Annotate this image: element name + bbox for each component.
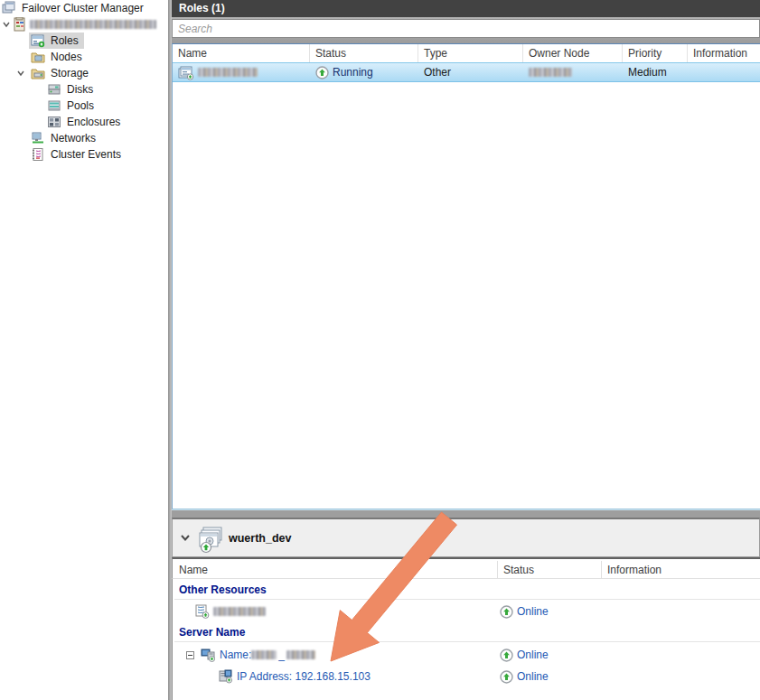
roles-pane: Roles (1) Name Status Type Owner Node Pr…: [172, 0, 760, 700]
role-type: Other: [424, 66, 451, 79]
details-column-information[interactable]: Information: [601, 562, 661, 578]
chevron-down-icon[interactable]: [16, 69, 25, 78]
column-header-priority[interactable]: Priority: [623, 44, 688, 62]
tree-item-cluster-events-label: Cluster Events: [48, 147, 124, 162]
tree-item-enclosures-label: Enclosures: [64, 115, 123, 129]
role-status: Running: [333, 66, 373, 79]
tree-item-storage-label: Storage: [48, 66, 91, 80]
server-name-prefix: Name:: [220, 649, 251, 661]
section-server-name: Server Name: [179, 626, 245, 639]
column-separator: [601, 561, 602, 578]
details-table-header: Name Status Information: [172, 557, 760, 579]
collapse-chevron-icon[interactable]: [180, 534, 191, 542]
server-name-status: Online: [517, 649, 549, 661]
role-priority: Medium: [628, 66, 667, 79]
disks-icon: [47, 82, 61, 97]
role-name-redacted: [198, 68, 258, 77]
online-status-icon: [500, 605, 513, 619]
server-name-row[interactable]: Name: _ Online: [173, 646, 760, 664]
ip-address-icon: [218, 669, 233, 684]
tree-item-enclosures[interactable]: Enclosures: [47, 114, 123, 130]
resource-name-redacted: [213, 607, 266, 616]
server-name-separator: _: [278, 649, 285, 661]
roles-icon: [31, 33, 45, 48]
section-divider: [174, 641, 760, 642]
ip-address-label: IP Address: 192.168.15.103: [237, 670, 371, 683]
tree-item-storage[interactable]: Storage: [16, 65, 91, 81]
search-toolbar: [172, 17, 760, 43]
nodes-icon: [31, 50, 45, 64]
tree-item-root-label: Failover Cluster Manager: [19, 1, 146, 15]
enclosures-icon: [47, 115, 61, 129]
server-name-redacted-1: [251, 650, 277, 659]
networks-icon: [31, 131, 45, 145]
tree-item-roles-label: Roles: [48, 33, 81, 48]
collapse-minus-icon[interactable]: [186, 651, 194, 659]
section-other-resources: Other Resources: [179, 583, 267, 596]
horizontal-splitter[interactable]: [172, 509, 760, 518]
tree-item-nodes[interactable]: Nodes: [31, 49, 85, 65]
tree-item-cluster[interactable]: [2, 16, 156, 33]
online-status-icon: [500, 649, 513, 662]
tree-item-cluster-events[interactable]: Cluster Events: [31, 146, 124, 163]
other-resource-row[interactable]: Online: [173, 602, 760, 621]
tree-item-networks-label: Networks: [48, 131, 99, 145]
storage-icon: [31, 66, 45, 80]
role-row-selected[interactable]: Running Other Medium: [173, 62, 760, 82]
cluster-manager-icon: [2, 1, 16, 15]
cluster-icon: [13, 17, 27, 32]
tree-item-disks[interactable]: Disks: [47, 81, 96, 98]
running-status-icon: [315, 66, 329, 79]
tree-item-nodes-label: Nodes: [48, 50, 85, 64]
pane-title: Roles (1): [179, 2, 225, 14]
navigation-tree: Failover Cluster Manager Roles Nodes: [0, 0, 168, 700]
details-panel-header[interactable]: wuerth_dev: [172, 518, 760, 557]
column-header-type[interactable]: Type: [418, 44, 523, 62]
online-status-icon: [500, 670, 513, 684]
details-column-name[interactable]: Name: [173, 562, 208, 578]
server-name-redacted-2: [286, 650, 315, 659]
ip-address-status: Online: [517, 670, 549, 683]
chevron-down-icon[interactable]: [2, 20, 11, 29]
column-header-information[interactable]: Information: [688, 44, 760, 62]
ip-address-row[interactable]: IP Address: 192.168.15.103 Online: [173, 667, 760, 686]
details-title: wuerth_dev: [229, 532, 291, 545]
search-input[interactable]: [172, 19, 760, 38]
cluster-events-icon: [31, 147, 45, 162]
details-table-body: Other Resources Online Server Name Name:: [172, 579, 760, 700]
column-header-name[interactable]: Name: [173, 44, 310, 62]
tree-item-networks[interactable]: Networks: [31, 130, 99, 146]
cluster-name-redacted: [30, 20, 156, 29]
pane-title-bar: Roles (1): [172, 0, 760, 17]
tree-item-pools[interactable]: Pools: [47, 98, 97, 114]
owner-node-redacted: [529, 68, 572, 77]
role-group-icon: [198, 525, 227, 554]
column-separator: [497, 561, 498, 578]
tree-item-pools-label: Pools: [64, 98, 97, 113]
tree-item-root[interactable]: Failover Cluster Manager: [2, 0, 146, 16]
section-divider: [174, 599, 760, 600]
resource-icon: [194, 604, 210, 619]
column-header-owner-node[interactable]: Owner Node: [523, 44, 623, 62]
details-column-status[interactable]: Status: [497, 562, 534, 578]
tree-item-roles[interactable]: Roles: [29, 33, 84, 49]
roles-list: Name Status Type Owner Node Priority Inf…: [172, 43, 760, 509]
column-header-status[interactable]: Status: [310, 44, 418, 62]
pools-icon: [47, 98, 61, 113]
server-name-icon: [201, 648, 216, 662]
tree-item-disks-label: Disks: [64, 82, 96, 97]
role-icon: [178, 65, 194, 80]
failover-cluster-manager-window: { "app": { "title": "Failover Cluster Ma…: [0, 0, 760, 700]
resource-status: Online: [517, 605, 549, 618]
